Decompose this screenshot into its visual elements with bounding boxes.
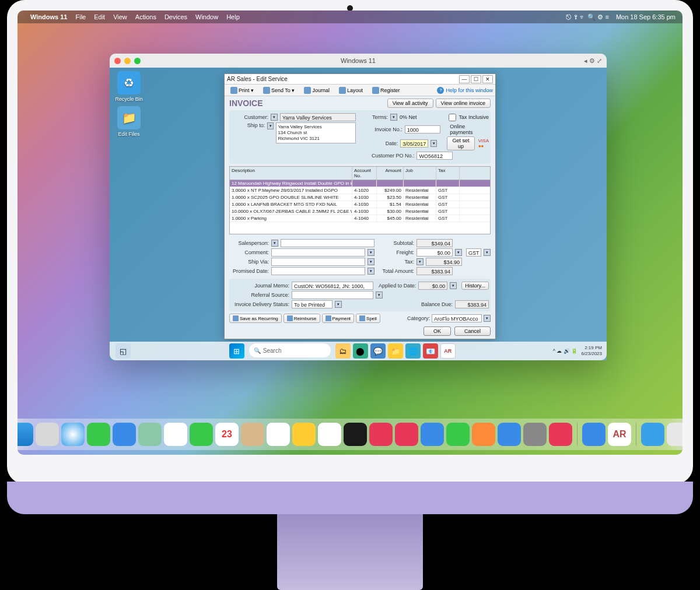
pages-icon[interactable] (472, 423, 495, 446)
maximize-button[interactable]: ☐ (471, 75, 481, 83)
status-icons[interactable]: ⎋ ⇪ ᯤ 🔍 ⚙ ≡ (566, 13, 609, 21)
windows11-icon[interactable] (582, 423, 606, 446)
table-row[interactable]: 1.0000 x SC2025 GPO DOUBLE SLIMLINE WHIT… (230, 194, 490, 201)
finder-icon[interactable] (18, 423, 33, 446)
date-picker-icon[interactable]: ▾ (430, 140, 437, 147)
table-row[interactable]: 12 Maroondah Highway Ringwood Install Do… (230, 180, 490, 187)
menu-window[interactable]: Window (195, 13, 218, 20)
ar-app-icon[interactable]: AR (608, 423, 631, 446)
freight-field[interactable]: $0.00 (416, 248, 453, 257)
taskbar-app-6[interactable]: 📧 (423, 343, 438, 359)
col-tax[interactable]: Tax (436, 167, 460, 180)
myob-titlebar[interactable]: AR Sales - Edit Service — ☐ ✕ (225, 74, 495, 85)
view-all-activity-button[interactable]: View all activity (387, 99, 433, 108)
freight-tax-field[interactable]: GST (466, 248, 481, 257)
payment-button[interactable]: Payment (322, 314, 355, 323)
comment-field[interactable] (271, 248, 365, 257)
table-row[interactable]: 1.0000 x Parking4-1040$45.00ResidentialG… (230, 215, 490, 222)
delivery-field[interactable]: To be Printed (292, 300, 332, 308)
settings-icon[interactable] (523, 423, 547, 446)
ship-to-field[interactable]: Yarra Valley Services 134 Church st Rich… (276, 122, 356, 143)
music-icon[interactable] (369, 423, 393, 446)
trash-icon[interactable] (667, 423, 682, 446)
numbers-icon[interactable] (446, 423, 470, 446)
parallels-icon[interactable] (549, 423, 572, 446)
taskbar-app-5[interactable]: 🌐 (405, 343, 421, 359)
menu-devices[interactable]: Devices (164, 13, 187, 20)
applied-dropdown-icon[interactable]: ▾ (450, 282, 457, 289)
notes-icon[interactable] (292, 423, 316, 446)
ok-button[interactable]: OK (424, 326, 451, 336)
freeform-icon[interactable] (318, 423, 341, 446)
spell-button[interactable]: Spell (356, 314, 380, 323)
minimize-icon[interactable] (124, 58, 131, 64)
memo-field[interactable]: CustON: WO56812, JN: 1000, REF: Yarr1, P… (292, 282, 373, 290)
col-job[interactable]: Job (404, 167, 436, 180)
print-button[interactable]: Print ▾ (227, 86, 257, 94)
facetime-icon[interactable] (190, 423, 213, 446)
po-field[interactable]: WO56812 (416, 152, 453, 160)
desktop-shortcut[interactable]: 📁Edit Files (113, 106, 145, 137)
reminders-icon[interactable] (267, 423, 290, 446)
vm-controls[interactable]: ◂ ⚙ ⤢ (584, 57, 602, 65)
send-to-button[interactable]: Send To ▾ (260, 86, 298, 94)
category-dropdown-icon[interactable]: ▾ (484, 315, 491, 322)
reimburse-button[interactable]: Reimburse (284, 314, 320, 323)
taskbar-app-1[interactable]: 🗂 (335, 343, 351, 359)
tax-inclusive-checkbox[interactable] (449, 114, 456, 121)
freight-dropdown-icon[interactable]: ▾ (455, 249, 462, 256)
customer-field[interactable]: Yarra Valley Services (280, 113, 356, 121)
appstore-icon[interactable] (498, 423, 521, 446)
col-description[interactable]: Description (230, 167, 352, 180)
calendar-icon[interactable]: 23 (215, 423, 239, 446)
search-input[interactable]: 🔍 Search (249, 343, 331, 357)
maps-icon[interactable] (138, 423, 162, 446)
salesperson-field[interactable] (281, 239, 374, 247)
safari-icon[interactable] (61, 423, 85, 446)
terms-dropdown-icon[interactable]: ▾ (390, 114, 397, 121)
help-link[interactable]: ?Help for this window (437, 87, 493, 94)
zoom-icon[interactable] (134, 58, 141, 64)
widgets-icon[interactable]: ◱ (116, 343, 131, 359)
freight-tax-dropdown-icon[interactable]: ▾ (484, 249, 491, 256)
ship-via-dropdown-icon[interactable]: ▾ (368, 258, 374, 265)
taskbar-app-7[interactable]: AR (440, 343, 456, 359)
close-button[interactable]: ✕ (482, 75, 493, 83)
menu-actions[interactable]: Actions (135, 13, 156, 20)
tv-icon[interactable] (344, 423, 367, 446)
comment-dropdown-icon[interactable]: ▾ (368, 249, 374, 256)
menu-help[interactable]: Help (226, 13, 240, 20)
save-recurring-button[interactable]: Save as Recurring (229, 314, 282, 323)
taskbar-app-3[interactable]: 💬 (370, 343, 386, 359)
get-setup-button[interactable]: Get set up (447, 136, 475, 150)
menu-edit[interactable]: Edit (94, 13, 105, 20)
salesperson-dropdown-icon[interactable]: ▾ (271, 240, 278, 247)
news-icon[interactable] (395, 423, 418, 446)
tax-info-icon[interactable]: ▾ (416, 258, 424, 265)
journal-button[interactable]: Journal (300, 86, 333, 94)
mail-icon[interactable] (113, 423, 136, 446)
taskbar-app-4[interactable]: 📁 (388, 343, 403, 359)
start-button[interactable]: ⊞ (229, 343, 244, 359)
date-field[interactable]: 3/05/2017 (400, 139, 428, 148)
vm-titlebar[interactable]: Windows 11 ◂ ⚙ ⤢ (110, 54, 607, 68)
promised-date-picker-icon[interactable]: ▾ (368, 268, 374, 275)
messages-icon[interactable] (87, 423, 110, 446)
promised-date-field[interactable] (271, 267, 365, 275)
table-row[interactable]: 10.0000 x OLX7/067-2ERBAS CABLE 2.5MM2 F… (230, 208, 490, 215)
close-icon[interactable] (114, 58, 121, 64)
table-row[interactable]: 3.0000 x NT P.Mayhew 28/03/2017 Installe… (230, 187, 490, 194)
downloads-icon[interactable] (641, 423, 664, 446)
launchpad-icon[interactable] (36, 423, 59, 446)
ship-via-field[interactable] (271, 258, 365, 266)
tray-icons[interactable]: ^ ☁ 🔊 🔋 (553, 348, 578, 354)
referral-dropdown-icon[interactable]: ▾ (376, 292, 383, 298)
keynote-icon[interactable] (421, 423, 444, 446)
taskbar-app-2[interactable]: ⬤ (353, 343, 368, 359)
customer-dropdown-icon[interactable]: ▾ (271, 114, 278, 121)
table-row[interactable]: 1.0000 x LANFNB BRACKET MTG STD FXD NAIL… (230, 201, 490, 208)
cancel-button[interactable]: Cancel (454, 326, 491, 336)
menu-view[interactable]: View (113, 13, 127, 20)
menu-file[interactable]: File (75, 13, 86, 20)
contacts-icon[interactable] (241, 423, 264, 446)
